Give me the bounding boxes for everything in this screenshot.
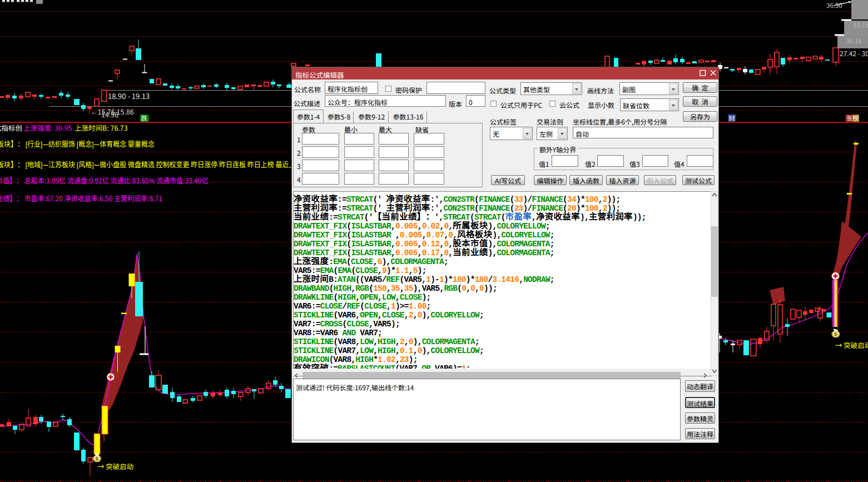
svg-text:板块】： [行业]—纺织服饰 [概念]—体育概念 婴童概念: 板块】： [行业]—纺织服饰 [概念]—体育概念 婴童概念: [0, 138, 155, 150]
svg-text:→ 突破启动: → 突破启动: [835, 340, 868, 350]
svg-text:27.42 - 30: 27.42 - 30: [840, 48, 868, 58]
svg-text:跌: 跌: [141, 113, 148, 122]
svg-text:14.96: 14.96: [101, 109, 118, 120]
svg-text:上涨强度: 30.95: 上涨强度: 30.95: [23, 122, 72, 133]
svg-text:市值】： 总股本:1.09亿 流通盘:0.92亿 流通比:: 市值】： 总股本:1.09亿 流通盘:0.92亿 流通比:83.65% 流通市值…: [0, 175, 208, 186]
svg-text:板块】： [地域]—江苏板块 [风格]—微小盘股 微盘精选: 板块】： [地域]—江苏板块 [风格]—微小盘股 微盘精选 控制权变更 昨日涨停…: [0, 159, 296, 170]
svg-text:→ 突破启动: → 突破启动: [97, 461, 133, 471]
svg-text:18.90 - 19.13: 18.90 - 19.13: [108, 91, 150, 101]
svg-text:30.16 -: 30.16 -: [846, 36, 865, 45]
svg-text:上涨时间B: 76.73: 上涨时间B: 76.73: [75, 122, 128, 133]
svg-text:财: 财: [729, 113, 736, 122]
svg-text:化指标创: 化指标创: [0, 122, 22, 133]
svg-text:$: $: [834, 331, 837, 337]
svg-text:业绩】： 市盈率:67.20 净资收益率:6.56 主营利: 业绩】： 市盈率:67.20 净资收益率:6.56 主营利润率:8.71: [0, 193, 162, 204]
svg-text:36.50: 36.50: [826, 1, 842, 9]
svg-text:涨榜: 涨榜: [846, 113, 859, 122]
svg-text:33.18: 33.18: [853, 20, 868, 29]
